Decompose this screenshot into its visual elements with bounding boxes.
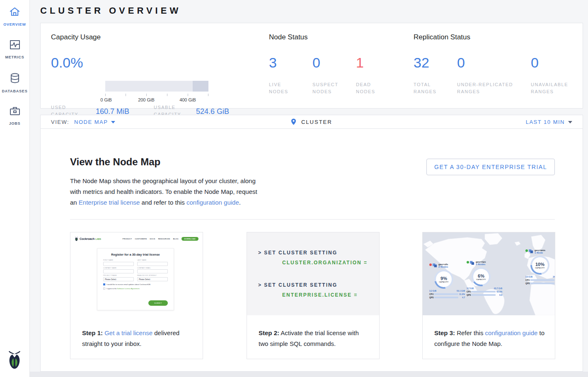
status-dot-green: [525, 249, 528, 252]
node-map-panel: View the Node Map The Node Map shows the…: [40, 128, 583, 372]
sql-snippet: > SET CLUSTER SETTING CLUSTER.ORGANIZATI…: [247, 232, 379, 315]
description-text: .: [239, 199, 241, 206]
sql-command: > SET CLUSTER SETTING: [258, 282, 337, 288]
node-map-heading: View the Node Map: [70, 156, 160, 168]
locality-node-count: 2 Nodes: [438, 266, 448, 268]
capacity-ring: 9%CAPACITY: [434, 270, 453, 289]
capacity-gauge: [105, 81, 208, 92]
metrics-chart-icon: [10, 40, 20, 50]
sql-argument: ENTERPRISE.LICENSE =: [282, 292, 358, 298]
unavailable-ranges-count: 0: [531, 55, 539, 71]
step-text: Refer this: [457, 329, 483, 336]
sidebar-item-label: OVERVIEW: [3, 22, 26, 27]
cockroach-labs-mini-logo: [75, 237, 78, 241]
mini-submit-button: SUBMIT: [148, 300, 168, 306]
capacity-ring: 10%CAPACITY: [530, 256, 549, 275]
section-divider: [70, 219, 555, 220]
breadcrumb-cluster: CLUSTER: [41, 118, 583, 125]
capacity-used-percent: 0.0%: [51, 55, 83, 71]
sidebar-item-label: DATABASES: [2, 89, 28, 93]
mini-form-title: Register for a 30-day trial license: [103, 253, 168, 256]
sidebar-item-databases[interactable]: DATABASES: [0, 73, 29, 94]
node-cube-icon: [433, 263, 437, 268]
locality-badge-nyc: geo=nyc2 Nodes 6%CAPACITY 3.7 GiB63.7 Gi…: [467, 261, 502, 296]
sidebar-item-label: METRICS: [5, 55, 24, 59]
gauge-tick-label: 400 GiB: [179, 97, 196, 102]
locality-node-count: 1 Node: [535, 251, 545, 254]
status-dot-green: [467, 261, 469, 263]
step3-caption: Step 3: Refer this configuration guide t…: [434, 328, 545, 349]
description-text: and refer to this: [142, 199, 185, 206]
briefcase-icon: [10, 106, 20, 116]
node-status-title: Node Status: [269, 33, 308, 41]
step2-caption: Step 2: Activate the trial license with …: [259, 328, 369, 349]
get-enterprise-trial-button[interactable]: GET A 30-DAY ENTERPRISE TRIAL: [426, 159, 555, 175]
sql-argument: CLUSTER.ORGANIZATION =: [282, 260, 368, 266]
locality-badge-ams: geo=ams1 Node 10%CAPACITY 3.6 GiB34.4 Gi…: [525, 249, 555, 285]
dead-nodes-label: DEAD NODES: [356, 81, 389, 95]
cluster-summary-panel: Capacity Usage 0.0% 0 GiB 200 GiB 400 Gi…: [40, 23, 583, 109]
sidebar-item-label: JOBS: [9, 121, 21, 126]
capacity-usage-title: Capacity Usage: [51, 33, 101, 41]
page-bottom-strip: [30, 372, 588, 377]
step1-caption: Step 1: Get a trial license delivered st…: [82, 328, 193, 349]
sql-command: > SET CLUSTER SETTING: [258, 250, 337, 256]
gauge-tick: [167, 94, 167, 96]
cockroachdb-logo: [7, 350, 22, 370]
node-cube-icon: [470, 261, 474, 265]
suspect-nodes-count: 0: [312, 55, 320, 71]
node-map-description: The Node Map shows the geographical layo…: [70, 176, 263, 208]
live-nodes-label: LIVE NODES: [269, 81, 302, 95]
gauge-tick-label: 200 GiB: [138, 97, 155, 102]
mini-register-form: Register for a 30-day trial license FIRS…: [97, 248, 174, 310]
total-ranges-label: TOTAL RANGES: [414, 81, 447, 95]
gauge-tick: [105, 94, 106, 96]
status-dot-red: [429, 263, 432, 266]
step-number: Step 1:: [82, 329, 103, 336]
mini-download-button: DOWNLOAD: [181, 237, 198, 241]
sidebar-item-overview[interactable]: OVERVIEW: [0, 7, 29, 27]
suspect-nodes-label: SUSPECT NODES: [312, 81, 346, 95]
configuration-guide-link[interactable]: configuration guide: [186, 199, 239, 206]
gauge-tick: [126, 94, 126, 96]
sidebar-item-jobs[interactable]: JOBS: [0, 106, 29, 126]
step2-card: > SET CLUSTER SETTING CLUSTER.ORGANIZATI…: [247, 232, 380, 359]
mini-brand: CockroachLABS: [80, 237, 101, 240]
step-number: Step 2:: [259, 329, 279, 336]
location-pin-icon: [291, 118, 296, 125]
node-map-preview: geo=sfo2 Nodes 9%CAPACITY 3.2 GiB53.1 Gi…: [423, 232, 555, 315]
database-icon: [10, 73, 20, 84]
locality-node-count: 2 Nodes: [476, 263, 486, 266]
page-title: CLUSTER OVERVIEW: [40, 5, 181, 16]
node-cube-icon: [529, 249, 533, 254]
step1-card: CockroachLABS PRODUCTCUSTOMERSDOCSRESOUR…: [70, 232, 203, 359]
cluster-breadcrumb-label: CLUSTER: [301, 119, 332, 125]
gauge-tick-label: 0 GiB: [100, 97, 112, 102]
capacity-ring: 6%CAPACITY: [472, 267, 491, 286]
mini-nav: PRODUCTCUSTOMERSDOCSRESOURCESBLOG DOWNLO…: [123, 237, 198, 241]
gauge-tick: [208, 94, 208, 96]
capacity-gauge-reserved-segment: [193, 81, 208, 92]
total-ranges-count: 32: [414, 55, 429, 71]
get-trial-license-link[interactable]: Get a trial license: [104, 329, 152, 336]
configuration-guide-link[interactable]: configuration guide: [485, 329, 538, 336]
under-replicated-count: 0: [457, 55, 465, 71]
step3-card: geo=sfo2 Nodes 9%CAPACITY 3.2 GiB53.1 Gi…: [422, 232, 555, 359]
locality-badge-sfo: geo=sfo2 Nodes 9%CAPACITY 3.2 GiB53.1 Gi…: [429, 263, 465, 299]
gauge-tick: [188, 94, 188, 96]
time-range-selector[interactable]: LAST 10 MIN: [526, 119, 572, 125]
gauge-tick: [146, 94, 147, 96]
under-replicated-label: UNDER-REPLICATED RANGES: [457, 81, 525, 95]
time-range-value: LAST 10 MIN: [526, 119, 565, 125]
step1-screenshot: CockroachLABS PRODUCTCUSTOMERSDOCSRESOUR…: [70, 232, 203, 320]
dead-nodes-count: 1: [356, 55, 364, 71]
sidebar: OVERVIEW METRICS DATABASES JOBS: [0, 0, 30, 377]
chevron-down-icon: [568, 121, 572, 123]
enterprise-trial-license-link[interactable]: Enterprise trial license: [79, 199, 140, 206]
step-number: Step 3:: [434, 329, 455, 336]
home-icon: [9, 7, 20, 17]
sidebar-item-metrics[interactable]: METRICS: [0, 40, 29, 60]
live-nodes-count: 3: [269, 55, 277, 71]
unavailable-ranges-label: UNAVAILABLE RANGES: [531, 81, 576, 95]
view-toolbar: VIEW: NODE MAP CLUSTER LAST 10 MIN: [40, 115, 583, 129]
